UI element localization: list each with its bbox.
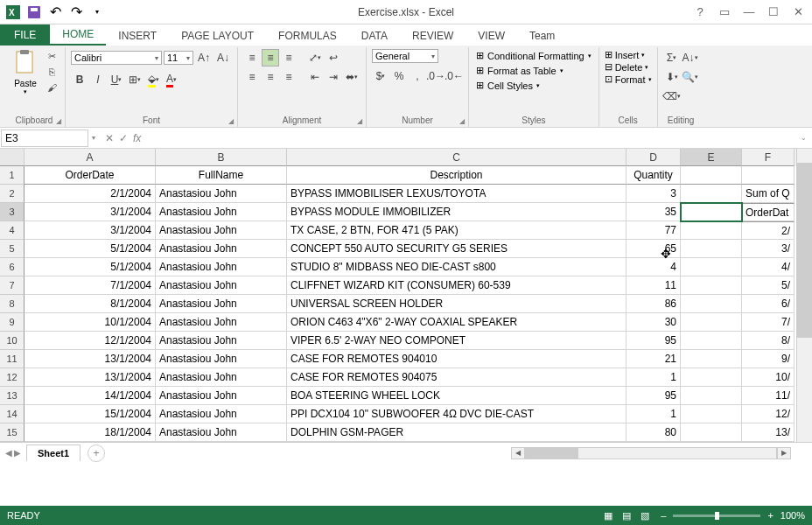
increase-indent-icon[interactable]: ⇥ [325,68,342,86]
bold-button[interactable]: B [71,71,88,88]
expand-formula-bar-icon[interactable]: ⌄ [795,134,812,142]
cell[interactable]: BYPASS IMMOBILISER LEXUS/TOYOTA [287,185,626,203]
col-header[interactable]: E [681,149,742,166]
row-header[interactable]: 12 [0,368,24,387]
cell[interactable] [681,240,742,258]
excel-icon[interactable]: X [4,3,23,22]
underline-button[interactable]: U▾ [108,71,125,88]
help-icon[interactable]: ? [690,4,710,21]
align-center-icon[interactable]: ≡ [262,68,279,86]
sheet-nav-next-icon[interactable]: ▶ [14,448,21,458]
row-header[interactable]: 6 [0,258,24,276]
cell[interactable]: 80 [626,424,681,442]
find-select-icon[interactable]: 🔍▾ [682,68,699,86]
decrease-indent-icon[interactable]: ⇤ [306,68,324,86]
cell[interactable]: 12/1/2004 [24,332,156,350]
border-button[interactable]: ⊞▾ [126,71,144,88]
cell[interactable]: 7/ [742,313,794,332]
cell[interactable]: CLIFFNET WIZARD KIT (CONSUMER) 60-539 [287,276,626,295]
cell[interactable]: 15/1/2004 [24,405,156,424]
italic-button[interactable]: I [89,71,107,88]
page-break-view-icon[interactable]: ▧ [636,508,654,522]
cell[interactable]: TX CASE, 2 BTN, FOR 471 (5 PAK) [287,221,626,240]
cell[interactable]: Anastasiou John [156,185,287,203]
cell[interactable] [681,185,742,203]
decrease-font-icon[interactable]: A↓ [214,49,232,66]
comma-icon[interactable]: , [409,67,426,85]
name-box[interactable] [1,130,88,147]
cell[interactable] [681,368,742,387]
align-right-icon[interactable]: ≡ [280,68,298,86]
cell[interactable] [681,276,742,295]
align-top-icon[interactable]: ≡ [243,49,261,66]
cell[interactable]: CASE FOR REMOTES 904075 [287,368,626,387]
row-header[interactable]: 4 [0,221,24,240]
tab-formulas[interactable]: FORMULAS [266,26,349,46]
cell[interactable]: BOA STEERING WHEEL LOCK [287,387,626,405]
cell[interactable]: 5/1/2004 [24,258,156,276]
cell[interactable]: 3/ [742,240,794,258]
fx-icon[interactable]: fx [133,132,141,144]
zoom-value[interactable]: 100% [780,510,805,521]
cell[interactable]: 86 [626,295,681,313]
cell[interactable] [681,166,742,185]
cell[interactable] [681,332,742,350]
cell[interactable]: Anastasiou John [156,313,287,332]
cell[interactable]: 5/ [742,276,794,295]
cell[interactable]: Anastasiou John [156,350,287,368]
zoom-slider[interactable] [673,514,760,517]
horizontal-scrollbar[interactable]: ◀ ▶ [511,447,791,459]
cell[interactable]: 10/ [742,368,794,387]
row-header[interactable]: 13 [0,387,24,405]
row-header[interactable]: 7 [0,276,24,295]
font-color-button[interactable]: A▾ [163,71,180,88]
cell[interactable]: 4 [626,258,681,276]
maximize-icon[interactable]: ☐ [763,4,784,21]
increase-font-icon[interactable]: A↑ [195,49,213,66]
orientation-icon[interactable]: ⤢▾ [306,49,324,66]
select-all-corner[interactable] [0,149,24,166]
insert-cells-button[interactable]: ⊞Insert▾ [605,49,652,60]
row-header[interactable]: 1 [0,166,24,185]
tab-data[interactable]: DATA [349,26,400,46]
format-cells-button[interactable]: ⊡Format▾ [605,74,652,85]
cell[interactable]: 3/1/2004 [24,221,156,240]
formula-bar[interactable] [148,136,795,140]
page-layout-view-icon[interactable]: ▤ [618,508,635,522]
qat-dropdown-icon[interactable]: ▾ [88,3,107,22]
cell[interactable]: 3 [626,185,681,203]
cell[interactable]: PPI DCX104 10" SUBWOOFER 4Ω DVC DIE-CAST [287,405,626,424]
zoom-in-button[interactable]: + [767,510,773,521]
cell[interactable]: CONCEPT 550 AUTO SECURITY G5 SERIES [287,240,626,258]
cell[interactable]: CASE FOR REMOTES 904010 [287,350,626,368]
tab-view[interactable]: VIEW [466,26,517,46]
cell[interactable]: 14/1/2004 [24,387,156,405]
cell[interactable]: 95 [626,387,681,405]
number-format-combo[interactable]: General▾ [372,49,438,63]
tab-insert[interactable]: INSERT [106,26,169,46]
row-header[interactable]: 9 [0,313,24,332]
cell[interactable]: 2/ [742,221,794,240]
cell[interactable]: 2/1/2004 [24,185,156,203]
cell[interactable]: 11 [626,276,681,295]
cell[interactable]: Anastasiou John [156,240,287,258]
cell[interactable]: Sum of Q [742,185,794,203]
cell[interactable]: Anastasiou John [156,332,287,350]
merge-center-icon[interactable]: ⬌▾ [343,68,360,86]
cell[interactable] [742,166,794,185]
cell[interactable]: Anastasiou John [156,295,287,313]
cell[interactable]: 1 [626,405,681,424]
cell[interactable]: Anastasiou John [156,424,287,442]
cell[interactable]: Anastasiou John [156,368,287,387]
cell[interactable] [681,313,742,332]
cell[interactable]: 6/ [742,295,794,313]
row-header[interactable]: 8 [0,295,24,313]
vertical-scrollbar[interactable] [796,149,812,460]
paste-button[interactable]: Paste ▾ [9,49,42,95]
cell[interactable]: 30 [626,313,681,332]
align-middle-icon[interactable]: ≡ [262,49,279,66]
cell[interactable] [681,203,742,221]
font-size-combo[interactable]: 11▾ [164,51,193,65]
add-sheet-button[interactable]: + [88,444,105,462]
normal-view-icon[interactable]: ▦ [599,508,617,522]
